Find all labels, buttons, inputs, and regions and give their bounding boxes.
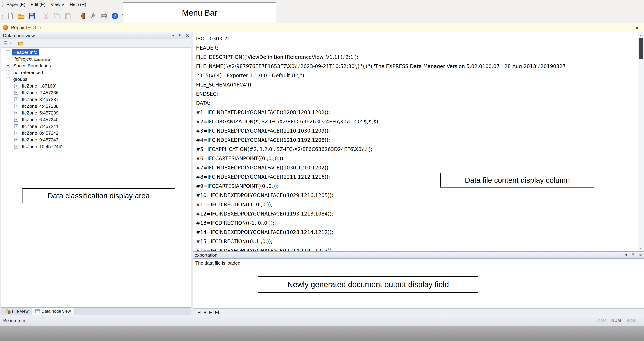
collapse-icon[interactable]: − [6,77,10,81]
export-button[interactable] [77,11,87,21]
code-line: #10=IFCINDEXEDPOLYGONALFACE((1029,1216,1… [196,191,636,200]
annotation-content: Data file content display column [440,173,594,188]
menu-item[interactable]: Paper (E) [4,1,29,8]
tree-item[interactable]: +Space Boundaries [1,62,191,69]
tree-item[interactable]: +IfcZone '8:457242' [1,130,191,136]
expand-icon[interactable]: + [14,124,18,128]
tree-item-label[interactable]: not referenced [12,70,44,76]
toolbar-separator [39,12,39,20]
panel-menu-icon[interactable]: ▾ [172,34,174,38]
expand-icon[interactable]: + [14,111,18,115]
new-file-button[interactable] [5,11,15,21]
tree-item[interactable]: +IfcZone '6:457240' [1,116,191,123]
first-page-button[interactable]: ◀ [197,310,200,314]
expand-icon[interactable]: + [6,57,10,61]
tree-item-label[interactable]: IfcProject 'item number' [12,56,52,62]
pin-icon[interactable] [178,34,182,38]
paste-icon [64,13,72,20]
panel-splitter[interactable] [191,32,193,315]
tree-item-label[interactable]: IfcZone '3:457237' [20,96,61,103]
tree-item[interactable]: +IfcZone '7:457241' [1,123,191,130]
tree-item[interactable]: −groups [1,76,191,83]
tab-file-view[interactable]: File view [3,308,31,315]
file-content-view[interactable]: ISO-10303-21;HEADER;FILE_DESCRIPTION(('V… [193,32,644,251]
scroll-up-icon[interactable]: ▲ [638,32,644,38]
tree-item[interactable]: +IfcZone '5:457239' [1,110,191,116]
tree-item[interactable]: +Header Info [1,49,191,56]
tree-item[interactable]: +IfcZone '9:457243' [1,136,191,143]
expand-icon[interactable]: + [14,84,18,88]
tree-item-label[interactable]: Space Boundaries [12,63,52,69]
folder-button[interactable] [17,40,24,47]
menu-item[interactable]: View V [49,1,68,8]
data-node-tree[interactable]: +Header Info+IfcProject 'item number'+Sp… [1,48,191,307]
tree-item-label[interactable]: groups [12,76,29,82]
tree-item-label[interactable]: IfcZone '5:457239' [20,110,61,116]
pin-icon[interactable] [631,253,635,257]
panel-close-icon[interactable]: × [639,252,642,258]
expand-icon[interactable]: + [14,98,18,101]
code-line: #1=IFCINDEXEDPOLYGONALFACE((1208,1203,12… [196,108,636,117]
menu-item[interactable]: Edit (E) [29,1,49,8]
tree-item-label[interactable]: Header Info [12,49,39,56]
tree-view-mode-dropdown[interactable]: ▾ [3,40,13,47]
tree-item-label[interactable]: IfcZone '9:457243' [20,137,61,143]
export-message: The data file is loaded. [193,259,644,268]
code-line: #14=IFCINDEXEDPOLYGONALFACE((1028,1214,1… [196,228,636,237]
expand-icon[interactable]: + [14,91,18,95]
code-line: #7=IFCINDEXEDPOLYGONALFACE((1030,1210,12… [196,163,636,172]
expand-icon[interactable]: + [14,145,18,149]
tree-item[interactable]: +IfcProject 'item number' [1,56,191,62]
annotation-classification-label: Data classification display area [48,192,150,200]
cut-button[interactable] [41,11,51,21]
paste-button[interactable] [63,11,73,21]
close-icon[interactable]: × [633,25,641,31]
expand-icon[interactable]: + [6,64,10,68]
scrollbar-track[interactable] [638,59,644,246]
save-button[interactable] [27,11,37,21]
expand-icon[interactable]: + [14,138,18,142]
next-page-button[interactable]: ▶ [209,310,212,314]
menu-item[interactable]: Help (H) [68,1,90,8]
expand-icon[interactable]: + [6,71,10,75]
scrollbar-thumb[interactable] [639,38,643,59]
tree-item[interactable]: +IfcZone '3:457237' [1,96,191,103]
expand-icon[interactable]: + [14,104,18,108]
tree-item[interactable]: +IfcZone '…87160' [1,83,191,89]
tree-item[interactable]: +IfcZone '10:457244' [1,143,191,150]
data-node-view-icon [35,309,40,314]
tab-generate[interactable]: generate [223,308,251,314]
vertical-scrollbar[interactable]: ▲ ▼ [638,32,644,251]
main-toolbar: ? ▾ [0,9,644,23]
tree-item-label[interactable]: IfcZone '2:457236' [20,90,61,96]
repair-tools-button[interactable] [88,11,98,21]
toolbar-grip [2,13,3,19]
scroll-down-icon[interactable]: ▼ [638,246,644,251]
print-button[interactable] [99,11,109,21]
tree-item[interactable]: +IfcZone '2:457236' [1,89,191,96]
tree-item-label[interactable]: IfcZone '8:457242' [20,130,61,136]
tree-item-label[interactable]: IfcZone '4:457238' [20,103,61,109]
toolbar-separator [15,41,15,46]
expand-icon[interactable]: + [6,50,10,54]
tree-item-label[interactable]: IfcZone '6:457240' [20,117,61,123]
prev-page-button[interactable]: ◀ [204,310,206,314]
tab-data-node-view[interactable]: Data node view [32,308,74,315]
help-button[interactable]: ? [110,11,120,21]
last-page-button[interactable]: ▶ [215,310,219,314]
exportation-panel: exportation ▾ × The data file is loaded.… [193,251,644,316]
tree-item-label[interactable]: IfcZone '7:457241' [20,123,61,130]
tree-item-label[interactable]: IfcZone '10:457244' [20,144,64,150]
tree-item-label[interactable]: IfcZone '…87160' [20,83,57,89]
open-file-button[interactable] [16,11,26,21]
copy-button[interactable] [52,11,62,21]
tree-item[interactable]: +not referenced [1,69,191,76]
expand-icon[interactable]: + [14,118,18,122]
code-line: #2=IFCORGANIZATION($,'SZ-IFC\X2\8F6C6362… [196,117,636,126]
panel-close-icon[interactable]: × [186,33,189,38]
export-icon [78,13,86,20]
expand-icon[interactable]: + [14,131,18,135]
annotation-output-label: Newly generated document output display … [288,280,449,289]
tree-item[interactable]: +IfcZone '4:457238' [1,103,191,110]
panel-menu-icon[interactable]: ▾ [625,253,627,257]
